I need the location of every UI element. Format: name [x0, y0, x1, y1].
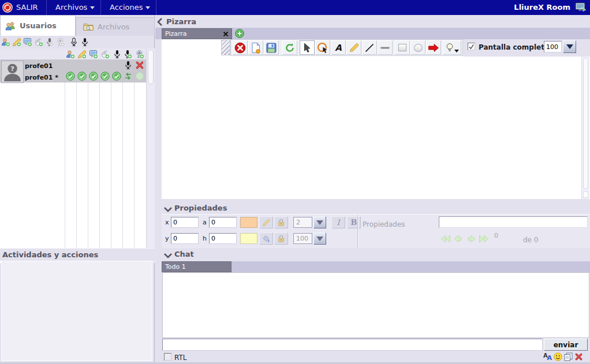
ellipse-tool-button[interactable] [410, 40, 425, 55]
scrollbar-thumb[interactable] [148, 50, 154, 84]
refresh-button[interactable] [282, 40, 297, 55]
h-input[interactable] [209, 233, 237, 244]
rectangle-tool-button[interactable] [395, 40, 410, 55]
whiteboard-header: Pizarra [166, 17, 196, 26]
folder-search-icon [83, 22, 94, 31]
font-icon[interactable] [543, 352, 552, 361]
stroke-width-dropdown[interactable] [313, 216, 326, 228]
clear-button[interactable] [233, 40, 248, 55]
col-mic-icon[interactable] [113, 50, 122, 59]
line-color-swatch[interactable] [240, 233, 257, 244]
menubar-separator [46, 0, 47, 15]
pointer-lamp-button[interactable] [443, 40, 461, 55]
add-mic-icon[interactable] [45, 37, 54, 47]
copy-icon[interactable] [564, 352, 573, 361]
pencil-tool-button[interactable] [346, 40, 361, 55]
drag-handle[interactable] [221, 40, 230, 55]
col-pencil-icon[interactable] [77, 50, 87, 59]
page-of: de 0 [523, 236, 538, 244]
canvas-scrollbar[interactable] [581, 57, 589, 199]
scrollbar-thumb[interactable] [583, 58, 588, 189]
user-entry[interactable]: profe01 profe01 * [0, 60, 146, 82]
column-divider [76, 63, 77, 263]
exit-button[interactable]: SALIR [16, 3, 38, 12]
thick-line-tool-button[interactable] [378, 40, 393, 55]
add-mouse-icon[interactable] [34, 37, 43, 47]
add-monitor-icon[interactable] [23, 37, 32, 47]
whiteboard-canvas[interactable] [162, 39, 590, 199]
col-webcam-icon[interactable] [135, 50, 144, 59]
kick-icon[interactable] [135, 61, 144, 70]
add-tab-icon[interactable] [235, 29, 244, 38]
italic-button[interactable]: I [331, 216, 345, 228]
users-table-scrollbar[interactable] [146, 48, 155, 263]
menu-dropdown-icon[interactable] [145, 6, 150, 9]
x-input[interactable] [171, 217, 199, 228]
circle-select-tool-button[interactable] [315, 40, 330, 55]
lock-fill-button[interactable] [274, 216, 288, 228]
back-chevron-icon[interactable] [157, 18, 163, 26]
whiteboard-tab[interactable]: Pizarra [162, 28, 232, 39]
chat-message-input[interactable] [162, 339, 543, 351]
col-mouse-icon[interactable] [100, 50, 110, 59]
rtl-checkbox[interactable] [164, 353, 171, 361]
first-page-button[interactable] [439, 233, 451, 244]
chat-tab[interactable]: Todo 1 [162, 261, 231, 272]
bucket-fill-button[interactable] [259, 232, 273, 245]
screen-share-icon[interactable] [575, 2, 587, 12]
check-icon[interactable] [66, 72, 75, 81]
smiley-icon[interactable] [554, 352, 562, 361]
mic-outline-icon[interactable] [69, 37, 79, 47]
y-input[interactable] [171, 233, 199, 244]
check-icon[interactable] [112, 72, 121, 81]
col-mic-add-icon[interactable] [123, 50, 132, 59]
mic-icon[interactable] [124, 61, 133, 70]
lock-line-button[interactable] [274, 232, 288, 245]
arrow-tool-button[interactable] [426, 40, 441, 55]
bold-button[interactable]: B [347, 216, 361, 228]
sidebar: Archivos Usuarios [0, 15, 155, 364]
column-divider [111, 63, 111, 263]
check-icon[interactable] [77, 72, 87, 81]
send-button[interactable]: enviar [544, 339, 588, 351]
close-icon[interactable] [223, 31, 229, 37]
fullscreen-checkbox[interactable] [468, 43, 475, 50]
users-table-header [0, 48, 146, 60]
text-tool-button[interactable]: A [331, 40, 346, 55]
menu-dropdown-icon[interactable] [90, 6, 95, 9]
chevron-down-icon[interactable] [164, 207, 172, 212]
menu-acciones[interactable]: Acciones [110, 3, 143, 12]
previous-page-button[interactable] [452, 233, 464, 244]
line-tool-button[interactable] [362, 40, 377, 55]
col-monitor-icon[interactable] [89, 50, 98, 59]
edit-color-button[interactable] [259, 216, 273, 228]
fill-color-swatch[interactable] [240, 217, 257, 228]
menu-archivos[interactable]: Archivos [55, 3, 87, 12]
tab-usuarios[interactable]: Usuarios [0, 15, 76, 36]
properties-text-input[interactable] [439, 216, 588, 228]
tab-archivos[interactable]: Archivos [76, 17, 155, 36]
add-webcam-icon[interactable] [56, 37, 65, 47]
opacity-dropdown[interactable] [313, 232, 326, 245]
add-user-icon[interactable] [1, 37, 10, 47]
save-button[interactable] [264, 40, 279, 55]
close-icon[interactable] [574, 352, 583, 361]
a-input[interactable] [209, 217, 237, 228]
opacity-combo[interactable]: 100 [293, 233, 312, 244]
cursor-tool-button[interactable] [300, 40, 315, 55]
column-divider [134, 63, 135, 263]
zoom-input[interactable] [544, 41, 562, 52]
check-icon[interactable] [89, 72, 98, 81]
next-page-button[interactable] [465, 233, 477, 244]
col-user-icon[interactable] [66, 50, 75, 59]
swap-icon[interactable] [124, 72, 133, 81]
check-icon[interactable] [100, 72, 110, 81]
chevron-down-icon[interactable] [164, 253, 172, 258]
add-pencil-icon[interactable] [12, 37, 21, 47]
new-document-button[interactable] [248, 40, 263, 55]
chat-log [162, 272, 589, 338]
zoom-dropdown-button[interactable] [563, 40, 576, 53]
mic-icon[interactable] [80, 37, 89, 47]
stroke-width-combo[interactable]: 2 [293, 217, 312, 228]
last-page-button[interactable] [477, 233, 490, 244]
